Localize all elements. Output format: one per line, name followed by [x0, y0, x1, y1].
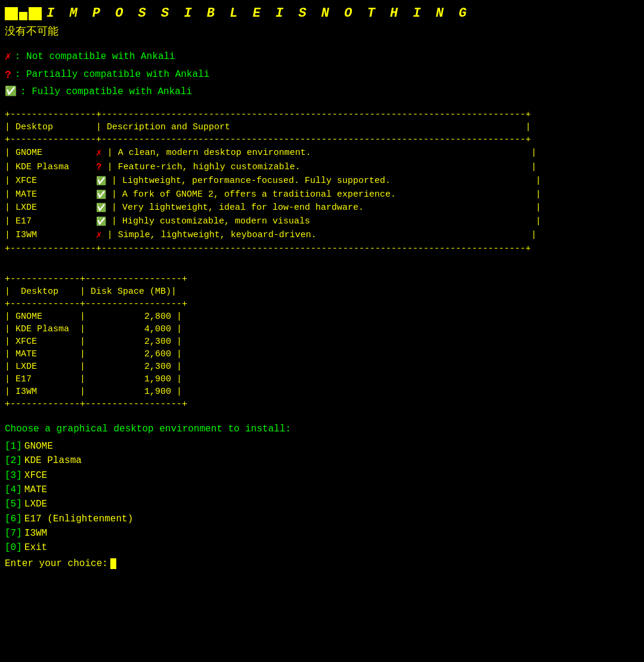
menu-item-6[interactable]: [6] E17 (Enlightenment)	[5, 512, 639, 526]
enter-prompt-label: Enter your choice:	[5, 557, 108, 570]
menu-num-4: [4]	[5, 483, 22, 496]
lxde-compat-icon: ✅	[96, 202, 106, 215]
disk-row-xfce: | XFCE | 2,300 |	[5, 335, 639, 348]
disk-row-kde: | KDE Plasma | 4,000 |	[5, 323, 639, 335]
menu-item-5[interactable]: [5] LXDE	[5, 498, 639, 511]
compat-table-border-bot: +----------------+----------------------…	[5, 243, 639, 255]
xfce-compat-icon: ✅	[96, 175, 106, 188]
header-logo: I M P O S S I B L E I S N O T H I N G	[5, 5, 639, 23]
separator-1	[5, 267, 639, 273]
cursor-icon	[110, 558, 116, 569]
disk-row-i3wm: | I3WM | 1,900 |	[5, 386, 639, 398]
disk-table-section: +-------------+------------------+ | Des…	[5, 273, 639, 411]
logo-squares-icon	[5, 7, 42, 20]
menu-label-6: E17 (Enlightenment)	[24, 512, 133, 526]
menu-num-1: [1]	[5, 440, 22, 453]
menu-label-0: Exit	[24, 541, 47, 554]
menu-num-5: [5]	[5, 498, 22, 511]
menu-num-2: [2]	[5, 454, 22, 467]
disk-row-e17: | E17 | 1,900 |	[5, 373, 639, 386]
x-icon: ✗	[5, 48, 11, 66]
disk-table-border-top: +-------------+------------------+	[5, 273, 639, 285]
disk-table-border-bot: +-------------+------------------+	[5, 398, 639, 411]
compat-row-kde: | KDE Plasma ? | Feature-rich, highly cu…	[5, 160, 639, 175]
menu-num-0: [0]	[5, 541, 22, 554]
menu-item-2[interactable]: [2] KDE Plasma	[5, 454, 639, 467]
menu-label-1: GNOME	[24, 440, 53, 453]
compat-table-border-top: +----------------+----------------------…	[5, 108, 639, 121]
compat-row-mate: | MATE ✅ | A fork of GNOME 2, offers a t…	[5, 188, 639, 202]
menu-label-3: XFCE	[24, 469, 47, 482]
menu-label-4: MATE	[24, 483, 47, 496]
legend-not-compatible-text: : Not compatible with Ankali	[15, 49, 175, 65]
legend-not-compatible: ✗ : Not compatible with Ankali	[5, 48, 639, 66]
square-small-icon	[19, 12, 27, 20]
legend-partially-compatible: ? : Partially compatible with Ankali	[5, 66, 639, 85]
disk-row-mate: | MATE | 2,600 |	[5, 348, 639, 360]
question-icon: ?	[5, 66, 11, 85]
app-title: I M P O S S I B L E I S N O T H I N G	[47, 5, 470, 23]
compat-table-section: +----------------+----------------------…	[5, 108, 639, 255]
menu-item-4[interactable]: [4] MATE	[5, 483, 639, 496]
compat-row-e17: | E17 ✅ | Highly customizable, modern vi…	[5, 215, 639, 229]
menu-num-3: [3]	[5, 469, 22, 482]
menu-num-6: [6]	[5, 512, 22, 526]
menu-item-0[interactable]: [0] Exit	[5, 541, 639, 554]
mate-compat-icon: ✅	[96, 189, 106, 201]
legend-partially-compatible-text: : Partially compatible with Ankali	[15, 67, 209, 83]
legend-fully-compatible-text: : Fully compatible with Ankali	[20, 84, 192, 100]
disk-table-border-mid: +-------------+------------------+	[5, 298, 639, 310]
menu-label-7: I3WM	[24, 527, 47, 540]
app-subtitle: 没有不可能	[5, 24, 639, 39]
compat-row-lxde: | LXDE ✅ | Very lightweight, ideal for l…	[5, 201, 639, 215]
menu-label-5: LXDE	[24, 498, 47, 511]
menu-item-3[interactable]: [3] XFCE	[5, 469, 639, 482]
e17-compat-icon: ✅	[96, 216, 106, 228]
menu-item-7[interactable]: [7] I3WM	[5, 527, 639, 540]
legend-fully-compatible: ✅ : Fully compatible with Ankali	[5, 84, 639, 100]
menu-label-2: KDE Plasma	[24, 454, 82, 467]
check-icon: ✅	[5, 84, 17, 100]
kde-compat-icon: ?	[96, 160, 102, 175]
enter-prompt: Enter your choice:	[5, 557, 639, 570]
choose-prompt: Choose a graphical desktop environment t…	[5, 422, 639, 436]
square-right-icon	[29, 7, 42, 20]
square-left-icon	[5, 7, 18, 20]
disk-row-gnome: | GNOME | 2,800 |	[5, 310, 639, 323]
compat-table-border-mid: +----------------+----------------------…	[5, 133, 639, 146]
choose-section: Choose a graphical desktop environment t…	[5, 422, 639, 570]
compat-table-header: | Desktop | Description and Support |	[5, 121, 639, 133]
menu-item-1[interactable]: [1] GNOME	[5, 440, 639, 453]
i3wm-compat-icon: ✗	[96, 228, 102, 243]
menu-num-7: [7]	[5, 527, 22, 540]
compat-row-xfce: | XFCE ✅ | Lightweight, performance-focu…	[5, 175, 639, 188]
compat-row-gnome: | GNOME ✗ | A clean, modern desktop envi…	[5, 146, 639, 160]
disk-row-lxde: | LXDE | 2,300 |	[5, 360, 639, 373]
gnome-compat-icon: ✗	[96, 146, 102, 160]
disk-table-header: | Desktop | Disk Space (MB)|	[5, 285, 639, 298]
compat-row-i3wm: | I3WM ✗ | Simple, lightweight, keyboard…	[5, 228, 639, 243]
legend-section: ✗ : Not compatible with Ankali ? : Parti…	[5, 48, 639, 100]
